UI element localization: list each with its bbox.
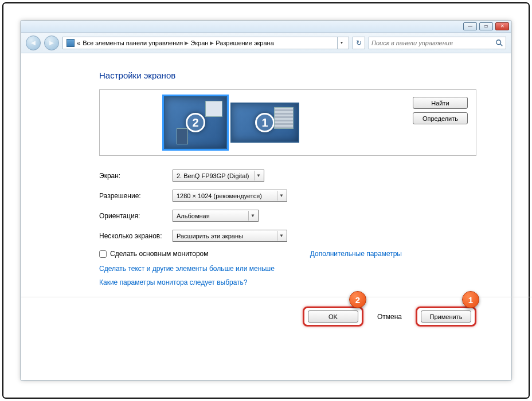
svg-point-0 — [496, 40, 501, 44]
find-button[interactable]: Найти — [413, 97, 468, 109]
chevron-down-icon: ▼ — [277, 231, 285, 241]
ok-button[interactable]: OK — [308, 310, 358, 323]
label-screen: Экран: — [99, 172, 173, 180]
monitor-decor — [177, 128, 188, 144]
refresh-button[interactable]: ↻ — [353, 37, 365, 49]
apply-button[interactable]: Применить — [421, 310, 471, 323]
search-box[interactable] — [369, 37, 506, 49]
titlebar: — ▭ ✕ — [21, 21, 511, 33]
bc-item-2[interactable]: Экран — [190, 40, 208, 46]
screen-select[interactable]: 2. BenQ FP93GP (Digital) ▼ — [173, 170, 264, 182]
chevron-right-icon: ▶ — [208, 40, 216, 46]
bc-item-1[interactable]: Все элементы панели управления — [83, 40, 183, 46]
content-area: Настройки экранов 2 1 Найти Определить Э… — [21, 53, 511, 380]
callout-1: 1 — [462, 291, 479, 308]
text-size-link[interactable]: Сделать текст и другие элементы больше и… — [99, 265, 476, 273]
highlight-ok: 2 OK — [303, 306, 363, 327]
label-multi: Несколько экранов: — [99, 232, 173, 240]
breadcrumb[interactable]: « Все элементы панели управления ▶ Экран… — [62, 37, 349, 49]
resolution-value: 1280 × 1024 (рекомендуется) — [177, 192, 262, 199]
nav-forward-button[interactable]: ► — [44, 36, 59, 50]
chevron-right-icon: ▶ — [183, 40, 190, 46]
navbar: ◄ ► « Все элементы панели управления ▶ Э… — [21, 33, 511, 53]
label-resolution: Разрешение: — [99, 192, 173, 200]
multi-display-select[interactable]: Расширить эти экраны ▼ — [173, 230, 287, 242]
monitor-2[interactable]: 2 — [164, 96, 227, 149]
monitor-1-badge: 1 — [255, 113, 275, 132]
highlight-apply: 1 Применить — [416, 306, 476, 327]
monitor-decor — [274, 107, 294, 129]
multi-value: Расширить эти экраны — [177, 233, 243, 239]
breadcrumb-dropdown[interactable]: ▾ — [337, 37, 345, 49]
dialog-buttons: 2 OK Отмена 1 Применить — [99, 297, 511, 327]
chevron-down-icon: ▼ — [254, 171, 263, 180]
svg-line-1 — [500, 44, 503, 46]
search-input[interactable] — [371, 40, 495, 46]
screen-value: 2. BenQ FP93GP (Digital) — [177, 172, 249, 179]
monitor-1[interactable]: 1 — [230, 103, 299, 143]
control-panel-window: — ▭ ✕ ◄ ► « Все элементы панели управлен… — [21, 21, 511, 380]
display-arrangement-box: 2 1 Найти Определить — [99, 89, 476, 156]
cancel-button[interactable]: Отмена — [373, 313, 406, 321]
search-icon — [495, 39, 503, 47]
bc-item-3[interactable]: Разрешение экрана — [216, 40, 273, 46]
which-settings-link[interactable]: Какие параметры монитора следует выбрать… — [99, 278, 476, 286]
label-orientation: Ориентация: — [99, 212, 173, 220]
orientation-value: Альбомная — [177, 213, 210, 219]
primary-monitor-checkbox[interactable] — [99, 250, 107, 258]
maximize-button[interactable]: ▭ — [479, 22, 493, 30]
callout-2: 2 — [349, 291, 366, 308]
close-button[interactable]: ✕ — [495, 22, 509, 30]
minimize-button[interactable]: — — [463, 22, 477, 30]
page-title: Настройки экранов — [99, 70, 476, 80]
orientation-select[interactable]: Альбомная ▼ — [173, 210, 259, 222]
chevron-down-icon: ▼ — [248, 211, 257, 221]
identify-button[interactable]: Определить — [413, 112, 468, 124]
nav-back-button[interactable]: ◄ — [26, 36, 41, 50]
resolution-select[interactable]: 1280 × 1024 (рекомендуется) ▼ — [173, 190, 287, 202]
control-panel-icon — [66, 39, 75, 47]
monitor-decor — [205, 101, 222, 117]
advanced-settings-link[interactable]: Дополнительные параметры — [310, 250, 402, 258]
primary-monitor-label: Сделать основным монитором — [110, 250, 209, 258]
monitor-2-badge: 2 — [186, 113, 205, 132]
chevron-down-icon: ▼ — [277, 191, 285, 200]
bc-prefix: « — [77, 40, 80, 46]
